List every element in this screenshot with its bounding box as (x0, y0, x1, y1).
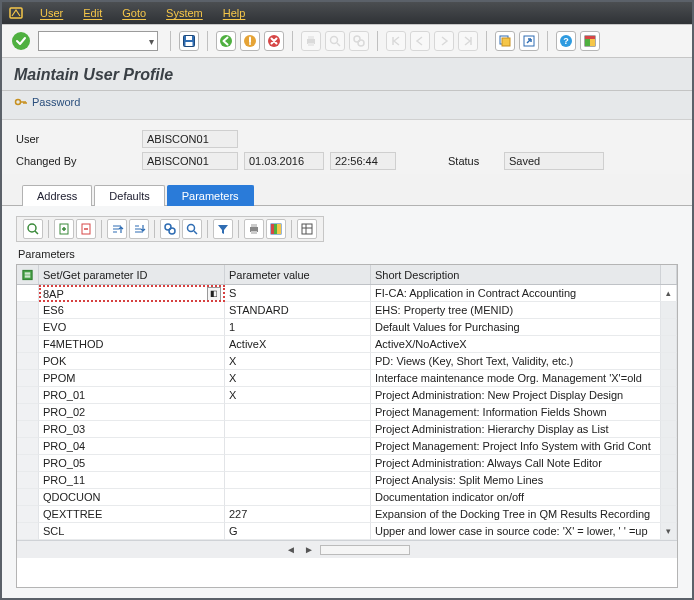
back-button[interactable] (216, 31, 236, 51)
details-button[interactable] (23, 219, 43, 239)
param-id-cell[interactable]: QDOCUON (39, 489, 225, 506)
command-field[interactable]: ▾ (38, 31, 158, 51)
scroll-track[interactable] (661, 438, 677, 455)
find-in-table-button[interactable] (160, 219, 180, 239)
menu-edit[interactable]: Edit (73, 7, 112, 19)
tab-defaults[interactable]: Defaults (94, 185, 164, 206)
param-id-cell[interactable]: F4METHOD (39, 336, 225, 353)
param-id-cell[interactable]: PRO_01 (39, 387, 225, 404)
value-help-icon[interactable]: ◧ (207, 287, 221, 301)
param-value-cell[interactable]: X (225, 353, 371, 370)
param-id-cell[interactable]: PRO_05 (39, 455, 225, 472)
sort-desc-button[interactable] (129, 219, 149, 239)
create-shortcut-button[interactable] (519, 31, 539, 51)
row-selector[interactable] (17, 302, 39, 319)
scroll-track[interactable] (661, 404, 677, 421)
layout-button[interactable] (297, 219, 317, 239)
scroll-track[interactable] (661, 387, 677, 404)
row-selector[interactable] (17, 506, 39, 523)
sort-asc-button[interactable] (107, 219, 127, 239)
param-value-cell[interactable]: 1 (225, 319, 371, 336)
menu-help[interactable]: Help (213, 7, 256, 19)
menu-goto[interactable]: Goto (112, 7, 156, 19)
export-button[interactable] (266, 219, 286, 239)
param-value-cell[interactable]: STANDARD (225, 302, 371, 319)
layout-menu-button[interactable] (580, 31, 600, 51)
row-selector[interactable] (17, 319, 39, 336)
row-selector[interactable] (17, 404, 39, 421)
param-value-cell[interactable]: S (225, 285, 371, 302)
scroll-track[interactable] (661, 353, 677, 370)
param-value-cell[interactable] (225, 421, 371, 438)
insert-row-button[interactable] (54, 219, 74, 239)
param-value-cell[interactable]: X (225, 387, 371, 404)
col-short-description[interactable]: Short Description (371, 265, 661, 284)
row-selector[interactable] (17, 438, 39, 455)
row-selector[interactable] (17, 285, 39, 302)
row-selector[interactable] (17, 421, 39, 438)
param-id-cell[interactable]: PRO_11 (39, 472, 225, 489)
param-id-cell[interactable]: ES6 (39, 302, 225, 319)
scroll-up-icon[interactable]: ▴ (661, 285, 677, 302)
exit-button[interactable] (240, 31, 260, 51)
scroll-track[interactable] (661, 336, 677, 353)
scroll-track[interactable] (661, 302, 677, 319)
scroll-track[interactable] (661, 370, 677, 387)
param-value-cell[interactable]: G (225, 523, 371, 540)
row-selector[interactable] (17, 387, 39, 404)
row-selector[interactable] (17, 472, 39, 489)
param-id-cell[interactable]: EVO (39, 319, 225, 336)
row-selector[interactable] (17, 523, 39, 540)
menu-system[interactable]: System (156, 7, 213, 19)
filter-button[interactable] (213, 219, 233, 239)
scroll-down-icon[interactable]: ▾ (661, 523, 677, 540)
param-value-cell[interactable] (225, 455, 371, 472)
param-value-cell[interactable] (225, 404, 371, 421)
param-id-cell[interactable]: PPOM (39, 370, 225, 387)
scroll-track[interactable] (661, 489, 677, 506)
horizontal-scrollbar[interactable]: ◄ ► (17, 540, 677, 558)
new-session-button[interactable] (495, 31, 515, 51)
cancel-button[interactable] (264, 31, 284, 51)
tab-parameters[interactable]: Parameters (167, 185, 254, 206)
param-id-cell[interactable]: PRO_04 (39, 438, 225, 455)
scroll-track[interactable] (661, 421, 677, 438)
scroll-track[interactable] (661, 506, 677, 523)
scroll-left-icon[interactable]: ◄ (284, 544, 298, 555)
find-next-in-table-button[interactable] (182, 219, 202, 239)
col-selector[interactable] (17, 265, 39, 284)
param-value-cell[interactable]: ActiveX (225, 336, 371, 353)
param-id-cell[interactable]: SCL (39, 523, 225, 540)
row-selector[interactable] (17, 455, 39, 472)
row-selector[interactable] (17, 353, 39, 370)
tab-address[interactable]: Address (22, 185, 92, 206)
param-value-cell[interactable] (225, 438, 371, 455)
param-value-cell[interactable] (225, 489, 371, 506)
enter-icon[interactable] (12, 32, 30, 50)
col-parameter-id[interactable]: Set/Get parameter ID (39, 265, 225, 284)
changed-by-label: Changed By (16, 155, 136, 167)
param-id-cell[interactable]: POK (39, 353, 225, 370)
help-button[interactable]: ? (556, 31, 576, 51)
scroll-track[interactable] (661, 455, 677, 472)
password-action[interactable]: Password (2, 91, 692, 120)
col-parameter-value[interactable]: Parameter value (225, 265, 371, 284)
print-table-button[interactable] (244, 219, 264, 239)
param-value-cell[interactable]: 227 (225, 506, 371, 523)
row-selector[interactable] (17, 370, 39, 387)
param-id-cell[interactable]: PRO_02 (39, 404, 225, 421)
row-selector[interactable] (17, 336, 39, 353)
param-value-cell[interactable]: X (225, 370, 371, 387)
param-id-cell[interactable]: QEXTTREE (39, 506, 225, 523)
save-button[interactable] (179, 31, 199, 51)
delete-row-button[interactable] (76, 219, 96, 239)
menu-user[interactable]: User (30, 7, 73, 19)
scroll-track[interactable] (320, 545, 410, 555)
scroll-right-icon[interactable]: ► (302, 544, 316, 555)
param-value-cell[interactable] (225, 472, 371, 489)
scroll-track[interactable] (661, 472, 677, 489)
param-id-cell[interactable]: PRO_03 (39, 421, 225, 438)
scroll-track[interactable] (661, 319, 677, 336)
row-selector[interactable] (17, 489, 39, 506)
param-id-input[interactable]: 8AP◧ (39, 285, 225, 302)
